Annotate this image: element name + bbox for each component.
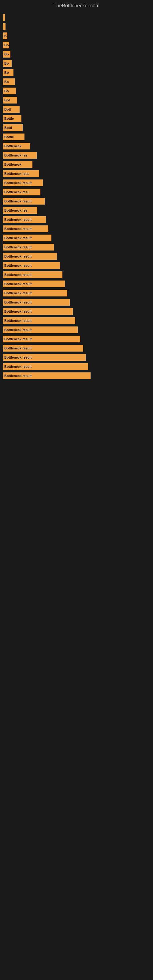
bar-item: Bottleneck result bbox=[3, 253, 57, 260]
bar-item: Bottleneck result bbox=[3, 244, 54, 250]
bar-item: Bo bbox=[3, 41, 9, 48]
bar-item: Bott bbox=[3, 106, 19, 113]
bar-row: Bottleneck result bbox=[3, 317, 150, 325]
bar-row: Bottleneck result bbox=[3, 197, 150, 205]
bar-row: Bottleneck result bbox=[3, 371, 150, 380]
bar-item: Bottleneck result bbox=[3, 290, 67, 296]
bar-row: Bottleneck result bbox=[3, 178, 150, 187]
bar-row: Bottleneck res bbox=[3, 151, 150, 159]
bar-item: Bottleneck result bbox=[3, 216, 46, 223]
bar-item: Bottleneck result bbox=[3, 235, 51, 241]
bar-item: Bottleneck result bbox=[3, 225, 48, 232]
bar-item: Bottleneck result bbox=[3, 308, 73, 315]
bar-row: Bottleneck result bbox=[3, 307, 150, 316]
bar-row: Bottleneck result bbox=[3, 362, 150, 371]
bar-row: Bottleneck result bbox=[3, 298, 150, 307]
bar-item: Bottleneck result bbox=[3, 363, 88, 370]
bar-row: Bottleneck result bbox=[3, 224, 150, 233]
bars-container: BBoBoBoBoBoBoBotBottBottleBottlBottleBot… bbox=[0, 10, 153, 384]
bar-row: Bottleneck bbox=[3, 142, 150, 150]
bar-row: Bot bbox=[3, 96, 150, 105]
bar-row bbox=[3, 22, 150, 31]
bar-item bbox=[3, 23, 5, 30]
bar-row: Bottleneck result bbox=[3, 234, 150, 242]
bar-row: Bottleneck result bbox=[3, 353, 150, 362]
bar-row: Bottleneck bbox=[3, 160, 150, 169]
bar-row: Bottleneck resu bbox=[3, 188, 150, 196]
bar-item: Bo bbox=[3, 51, 10, 57]
bar-item: Bottleneck result bbox=[3, 299, 70, 305]
bar-item: Bottleneck result bbox=[3, 262, 60, 269]
bar-item: Bottleneck result bbox=[3, 198, 45, 205]
bar-item: Bottleneck result bbox=[3, 326, 78, 333]
bar-row: Bottleneck result bbox=[3, 252, 150, 261]
bar-row: Bottl bbox=[3, 123, 150, 132]
bar-item: Bottleneck result bbox=[3, 354, 86, 361]
bar-row: Bo bbox=[3, 50, 150, 59]
bar-row: Bo bbox=[3, 87, 150, 95]
bar-row bbox=[3, 13, 150, 22]
bar-row: Bottleneck result bbox=[3, 215, 150, 224]
site-title-container: TheBottlenecker.com bbox=[0, 0, 153, 10]
bar-row: Bo bbox=[3, 59, 150, 68]
bar-item: Bo bbox=[3, 69, 13, 76]
bar-item: Bottleneck bbox=[3, 143, 30, 150]
bar-row: Bottleneck result bbox=[3, 280, 150, 288]
bar-item: Bo bbox=[3, 78, 15, 85]
bar-item: Bo bbox=[3, 88, 16, 94]
bar-item: Bottleneck result bbox=[3, 345, 83, 352]
bar-item: Bottleneck bbox=[3, 161, 32, 168]
bar-row: Bottleneck result bbox=[3, 270, 150, 279]
bar-item: Bottleneck result bbox=[3, 180, 43, 186]
bar-row: Bottleneck result bbox=[3, 289, 150, 298]
bar-row: Bottleneck result bbox=[3, 335, 150, 343]
bar-row: Bottleneck res bbox=[3, 206, 150, 215]
bar-row: Bottleneck result bbox=[3, 326, 150, 334]
bar-item: Bottleneck res bbox=[3, 207, 37, 214]
bar-row: Bo bbox=[3, 41, 150, 49]
bar-item: Bottleneck res bbox=[3, 152, 37, 159]
bar-row: Bottle bbox=[3, 114, 150, 123]
bar-item: B bbox=[3, 32, 7, 39]
bar-row: B bbox=[3, 32, 150, 40]
bar-item: Bottle bbox=[3, 134, 24, 140]
bar-item: Bottleneck result bbox=[3, 317, 75, 324]
bar-row: Bottleneck result bbox=[3, 243, 150, 251]
bar-item: Bottle bbox=[3, 115, 21, 122]
bar-row: Bo bbox=[3, 78, 150, 86]
bar-item: Bottl bbox=[3, 124, 22, 131]
bar-item: Bottleneck resu bbox=[3, 170, 39, 177]
bar-row: Bo bbox=[3, 68, 150, 77]
bar-item: Bottleneck result bbox=[3, 372, 91, 379]
bar-item bbox=[3, 14, 5, 21]
bar-row: Bottle bbox=[3, 133, 150, 141]
bar-item: Bottleneck result bbox=[3, 336, 80, 342]
bar-item: Bottleneck result bbox=[3, 271, 62, 278]
bar-item: Bottleneck result bbox=[3, 280, 65, 287]
bar-row: Bottleneck result bbox=[3, 344, 150, 353]
bar-item: Bot bbox=[3, 97, 17, 103]
site-title: TheBottlenecker.com bbox=[0, 0, 153, 10]
bar-item: Bottleneck resu bbox=[3, 189, 40, 196]
bar-row: Bottleneck resu bbox=[3, 169, 150, 178]
bar-row: Bottleneck result bbox=[3, 261, 150, 270]
bar-row: Bott bbox=[3, 105, 150, 114]
bar-item: Bo bbox=[3, 60, 12, 67]
